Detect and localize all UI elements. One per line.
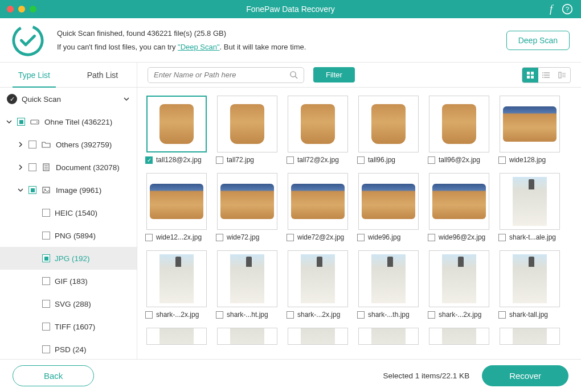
thumbnail-checkbox[interactable] [498, 156, 506, 164]
thumbnail-checkbox[interactable] [287, 311, 294, 319]
checkbox[interactable] [42, 232, 50, 240]
tree-quick-scan[interactable]: Quick Scan [0, 88, 137, 110]
thumbnail-frame[interactable] [358, 328, 419, 345]
thumbnail-frame[interactable] [146, 250, 207, 307]
checkbox[interactable] [42, 345, 50, 353]
thumbnail-checkbox[interactable] [428, 156, 435, 164]
thumbnail-frame[interactable] [146, 173, 207, 230]
search-box[interactable] [148, 67, 304, 83]
checkbox[interactable] [42, 300, 50, 308]
thumbnail-frame[interactable] [429, 96, 489, 152]
thumbnail-item[interactable]: shark-tall.jpg [498, 250, 561, 319]
thumbnail-item[interactable]: shark-...th.jpg [357, 250, 420, 319]
thumbnail-frame[interactable] [358, 96, 419, 152]
checkbox[interactable] [28, 163, 36, 171]
tree-heic[interactable]: HEIC (1540) [0, 201, 137, 224]
thumbnail-item-partial[interactable] [428, 328, 490, 345]
thumbnail-frame[interactable] [217, 173, 277, 230]
thumbnail-frame[interactable] [358, 250, 419, 307]
thumbnail-checkbox[interactable] [498, 234, 506, 241]
thumbnail-checkbox[interactable] [145, 234, 153, 241]
list-view-button[interactable] [538, 68, 554, 82]
tree-tiff[interactable]: TIFF (1607) [0, 315, 137, 338]
checkbox[interactable] [28, 141, 36, 148]
help-icon[interactable]: ? [562, 3, 573, 15]
chevron-down-icon[interactable] [6, 119, 13, 125]
thumbnail-item[interactable]: wide96@2x.jpg [428, 173, 490, 241]
deep-scan-button[interactable]: Deep Scan [506, 31, 570, 50]
thumbnail-item[interactable]: shark-...2x.jpg [145, 250, 208, 319]
thumbnail-checkbox[interactable] [216, 311, 223, 319]
thumbnail-item[interactable]: wide72.jpg [216, 173, 279, 241]
thumbnail-frame[interactable] [500, 250, 560, 307]
search-icon[interactable] [289, 71, 298, 79]
tree-image[interactable]: Image (9961) [0, 179, 137, 201]
thumbnail-item[interactable]: tall128@2x.jpg [145, 96, 208, 164]
thumbnail-item[interactable]: tall96@2x.jpg [428, 96, 490, 164]
thumbnail-checkbox[interactable] [216, 156, 223, 164]
tree-psd[interactable]: PSD (24) [0, 338, 137, 361]
thumbnail-frame[interactable] [217, 250, 277, 307]
tree-document[interactable]: Document (32078) [0, 156, 137, 179]
thumbnail-item-partial[interactable] [287, 328, 349, 345]
back-button[interactable]: Back [13, 365, 94, 386]
deep-scan-link[interactable]: "Deep Scan" [178, 43, 220, 51]
thumbnail-checkbox[interactable] [216, 234, 223, 241]
checkbox[interactable] [42, 209, 50, 217]
chevron-down-icon[interactable] [17, 187, 24, 193]
chevron-right-icon[interactable] [17, 164, 24, 170]
thumbnail-frame[interactable] [500, 96, 560, 152]
thumbnail-frame[interactable] [429, 328, 489, 345]
tree-others[interactable]: Others (392759) [0, 133, 137, 156]
thumbnail-item[interactable]: tall72.jpg [216, 96, 279, 164]
thumbnail-frame[interactable] [146, 96, 207, 152]
thumbnail-checkbox[interactable] [287, 156, 294, 164]
close-window[interactable] [7, 6, 14, 13]
minimize-window[interactable] [18, 6, 25, 13]
tab-path-list[interactable]: Path List [68, 63, 137, 87]
recover-button[interactable]: Recover [482, 365, 568, 386]
thumbnail-item[interactable]: shark-...2x.jpg [428, 250, 490, 319]
thumbnail-item-partial[interactable] [357, 328, 420, 345]
tab-type-list[interactable]: Type List [0, 63, 68, 87]
thumbnail-checkbox[interactable] [287, 234, 294, 241]
grid-view-button[interactable] [522, 68, 538, 82]
checkbox[interactable] [42, 323, 50, 331]
detail-view-button[interactable] [554, 68, 570, 82]
thumbnail-frame[interactable] [500, 328, 560, 345]
thumbnail-item[interactable]: wide96.jpg [357, 173, 420, 241]
tree-jpg[interactable]: JPG (192) [0, 247, 137, 270]
checkbox[interactable] [28, 186, 36, 194]
thumbnail-item-partial[interactable] [216, 328, 279, 345]
thumbnail-checkbox[interactable] [498, 311, 506, 319]
thumbnail-frame[interactable] [429, 173, 489, 230]
checkbox[interactable] [42, 277, 50, 285]
chevron-right-icon[interactable] [17, 142, 24, 147]
thumbnail-frame[interactable] [288, 96, 348, 152]
thumbnail-checkbox[interactable] [357, 156, 365, 164]
thumbnail-frame[interactable] [146, 328, 207, 345]
share-icon[interactable]: f [550, 3, 553, 15]
thumbnail-frame[interactable] [500, 173, 560, 230]
thumbnail-frame[interactable] [358, 173, 419, 230]
thumbnail-item[interactable]: wide128.jpg [498, 96, 561, 164]
thumbnail-frame[interactable] [217, 328, 277, 345]
thumbnail-checkbox[interactable] [357, 311, 365, 319]
thumbnail-item-partial[interactable] [145, 328, 208, 345]
checkbox[interactable] [42, 254, 50, 262]
thumbnail-grid-wrap[interactable]: tall128@2x.jpg tall72.jpg tall72@2x.jpg … [137, 88, 581, 373]
thumbnail-item[interactable]: wide72@2x.jpg [287, 173, 349, 241]
thumbnail-frame[interactable] [288, 250, 348, 307]
tree-svg[interactable]: SVG (288) [0, 292, 137, 315]
thumbnail-item[interactable]: shark-t...ale.jpg [498, 173, 561, 241]
chevron-down-icon[interactable] [123, 96, 130, 102]
maximize-window[interactable] [30, 6, 36, 13]
filter-button[interactable]: Filter [313, 67, 355, 82]
checkbox[interactable] [17, 118, 25, 126]
tree-root[interactable]: Ohne Titel (436221) [0, 110, 137, 133]
thumbnail-item[interactable]: tall72@2x.jpg [287, 96, 349, 164]
thumbnail-frame[interactable] [429, 250, 489, 307]
thumbnail-item-partial[interactable] [498, 328, 561, 345]
thumbnail-item[interactable]: tall96.jpg [357, 96, 420, 164]
thumbnail-frame[interactable] [217, 96, 277, 152]
